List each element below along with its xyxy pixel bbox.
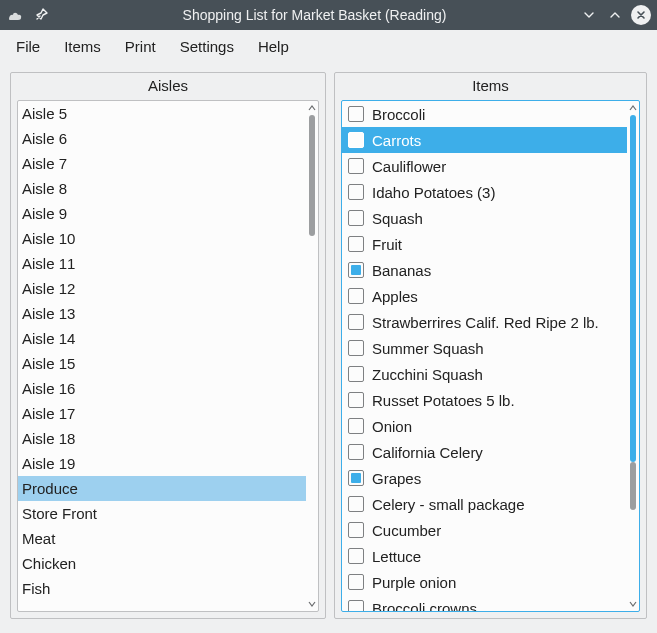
item-label: Cauliflower (372, 158, 446, 175)
aisle-row[interactable]: Produce (18, 476, 306, 501)
item-checkbox[interactable] (348, 158, 364, 174)
menu-file[interactable]: File (4, 33, 52, 60)
aisle-row[interactable]: Aisle 12 (18, 276, 306, 301)
scroll-track[interactable] (630, 115, 636, 597)
item-checkbox[interactable] (348, 262, 364, 278)
items-scrollbar[interactable] (627, 101, 639, 611)
aisle-row[interactable]: Chicken (18, 551, 306, 576)
aisle-row[interactable]: Aisle 16 (18, 376, 306, 401)
maximize-button[interactable] (605, 5, 625, 25)
item-row[interactable]: Onion (342, 413, 627, 439)
item-checkbox[interactable] (348, 132, 364, 148)
item-row[interactable]: Russet Potatoes 5 lb. (342, 387, 627, 413)
aisle-label: Store Front (22, 505, 97, 522)
item-label: Russet Potatoes 5 lb. (372, 392, 515, 409)
aisle-row[interactable]: Aisle 10 (18, 226, 306, 251)
scroll-down-icon[interactable] (627, 597, 639, 611)
aisle-row[interactable]: Aisle 14 (18, 326, 306, 351)
aisle-label: Aisle 18 (22, 430, 75, 447)
item-row[interactable]: Summer Squash (342, 335, 627, 361)
item-checkbox[interactable] (348, 496, 364, 512)
item-row[interactable]: Celery - small package (342, 491, 627, 517)
aisle-row[interactable]: Meat (18, 526, 306, 551)
aisle-row[interactable]: Aisle 13 (18, 301, 306, 326)
app-icon (6, 6, 24, 24)
aisle-row[interactable]: Aisle 5 (18, 101, 306, 126)
scroll-up-icon[interactable] (627, 101, 639, 115)
menu-items[interactable]: Items (52, 33, 113, 60)
aisle-label: Aisle 6 (22, 130, 67, 147)
item-row[interactable]: Cucumber (342, 517, 627, 543)
item-label: Carrots (372, 132, 421, 149)
aisle-row[interactable]: Aisle 17 (18, 401, 306, 426)
item-checkbox[interactable] (348, 418, 364, 434)
item-row[interactable]: Squash (342, 205, 627, 231)
aisle-row[interactable]: Aisle 11 (18, 251, 306, 276)
aisle-row[interactable]: Aisle 15 (18, 351, 306, 376)
item-row[interactable]: Purple onion (342, 569, 627, 595)
aisle-row[interactable]: Aisle 7 (18, 151, 306, 176)
item-label: Bananas (372, 262, 431, 279)
item-label: Apples (372, 288, 418, 305)
menu-settings[interactable]: Settings (168, 33, 246, 60)
item-checkbox[interactable] (348, 366, 364, 382)
item-row[interactable]: Grapes (342, 465, 627, 491)
scroll-thumb-secondary[interactable] (630, 462, 636, 510)
aisle-row[interactable]: Aisle 6 (18, 126, 306, 151)
item-checkbox[interactable] (348, 548, 364, 564)
aisle-row[interactable]: Fish (18, 576, 306, 601)
menu-help[interactable]: Help (246, 33, 301, 60)
item-checkbox[interactable] (348, 340, 364, 356)
item-row[interactable]: Strawberrires Calif. Red Ripe 2 lb. (342, 309, 627, 335)
item-checkbox[interactable] (348, 444, 364, 460)
item-row[interactable]: Apples (342, 283, 627, 309)
scroll-thumb[interactable] (309, 115, 315, 236)
aisles-list[interactable]: Aisle 5Aisle 6Aisle 7Aisle 8Aisle 9Aisle… (18, 101, 306, 611)
item-row[interactable]: Broccoli (342, 101, 627, 127)
aisle-row[interactable]: Aisle 9 (18, 201, 306, 226)
item-checkbox[interactable] (348, 288, 364, 304)
items-list[interactable]: BroccoliCarrotsCauliflowerIdaho Potatoes… (342, 101, 627, 611)
aisle-label: Aisle 9 (22, 205, 67, 222)
item-label: Grapes (372, 470, 421, 487)
aisle-label: Aisle 17 (22, 405, 75, 422)
item-label: Summer Squash (372, 340, 484, 357)
scroll-track[interactable] (309, 115, 315, 597)
scroll-thumb[interactable] (630, 115, 636, 462)
item-row[interactable]: California Celery (342, 439, 627, 465)
close-button[interactable] (631, 5, 651, 25)
menu-print[interactable]: Print (113, 33, 168, 60)
item-checkbox[interactable] (348, 600, 364, 611)
scroll-up-icon[interactable] (306, 101, 318, 115)
pin-icon[interactable] (32, 6, 50, 24)
item-row[interactable]: Lettuce (342, 543, 627, 569)
aisle-row[interactable]: Aisle 18 (18, 426, 306, 451)
item-checkbox[interactable] (348, 210, 364, 226)
item-row[interactable]: Fruit (342, 231, 627, 257)
item-label: Celery - small package (372, 496, 525, 513)
item-row[interactable]: Zucchini Squash (342, 361, 627, 387)
aisles-scrollbar[interactable] (306, 101, 318, 611)
item-checkbox[interactable] (348, 314, 364, 330)
item-checkbox[interactable] (348, 522, 364, 538)
item-checkbox[interactable] (348, 184, 364, 200)
item-checkbox[interactable] (348, 236, 364, 252)
item-row[interactable]: Carrots (342, 127, 627, 153)
aisle-row[interactable]: Aisle 8 (18, 176, 306, 201)
item-row[interactable]: Cauliflower (342, 153, 627, 179)
item-checkbox[interactable] (348, 574, 364, 590)
aisle-row[interactable]: Store Front (18, 501, 306, 526)
item-row[interactable]: Broccoli crowns (342, 595, 627, 611)
scroll-down-icon[interactable] (306, 597, 318, 611)
aisles-header: Aisles (11, 73, 325, 100)
item-row[interactable]: Bananas (342, 257, 627, 283)
items-panel: Items BroccoliCarrotsCauliflowerIdaho Po… (334, 72, 647, 619)
item-checkbox[interactable] (348, 106, 364, 122)
aisle-row[interactable]: Aisle 19 (18, 451, 306, 476)
item-checkbox[interactable] (348, 392, 364, 408)
aisle-label: Aisle 19 (22, 455, 75, 472)
minimize-button[interactable] (579, 5, 599, 25)
aisle-label: Aisle 11 (22, 255, 75, 272)
item-checkbox[interactable] (348, 470, 364, 486)
item-row[interactable]: Idaho Potatoes (3) (342, 179, 627, 205)
